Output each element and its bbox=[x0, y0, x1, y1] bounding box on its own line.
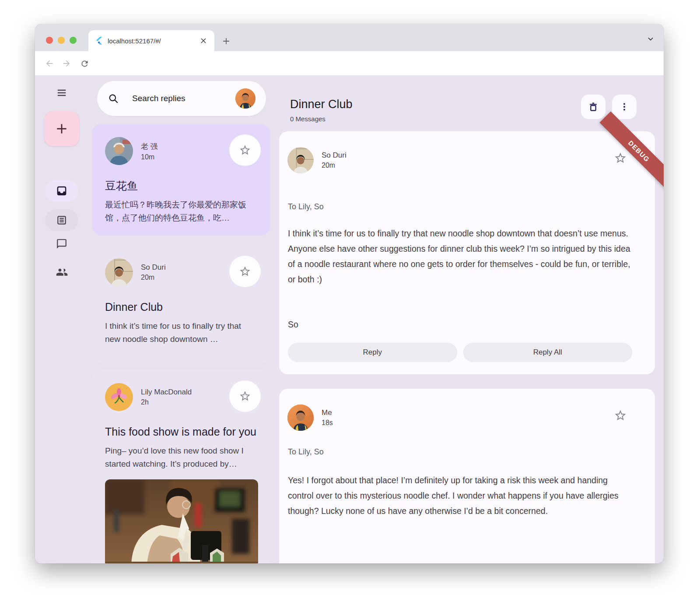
thread-preview: Ping– you’d love this new food show I st… bbox=[105, 444, 257, 471]
sender-avatar bbox=[105, 383, 133, 411]
nav-articles[interactable] bbox=[45, 209, 78, 231]
inbox-icon bbox=[56, 185, 67, 197]
browser-toolbar: localhost:52167/#/ bbox=[35, 51, 664, 75]
delete-button[interactable] bbox=[581, 95, 606, 119]
message-card: Me 18s To Lily, So Yes! I forgot about t… bbox=[279, 389, 655, 563]
thread-time: 10m bbox=[141, 153, 229, 161]
minimize-window-button[interactable] bbox=[58, 37, 65, 44]
favorite-button[interactable] bbox=[614, 151, 627, 165]
back-icon[interactable] bbox=[44, 58, 55, 69]
search-icon bbox=[108, 93, 119, 104]
browser-tab[interactable]: localhost:52167/#/ bbox=[88, 30, 214, 51]
nav-groups[interactable] bbox=[45, 261, 78, 283]
compose-fab[interactable] bbox=[44, 111, 79, 146]
message-time: 18s bbox=[322, 419, 333, 427]
account-avatar[interactable] bbox=[235, 88, 256, 109]
message-time: 20m bbox=[322, 162, 346, 169]
conversation-message-count: 0 Messages bbox=[290, 115, 326, 123]
thread-sender: Lily MacDonald bbox=[141, 388, 229, 397]
more-options-button[interactable] bbox=[612, 95, 637, 119]
conversation-title: Dinner Club bbox=[290, 98, 353, 111]
thread-preview: I think it’s time for us to finally try … bbox=[105, 320, 257, 346]
tab-title: localhost:52167/#/ bbox=[108, 37, 194, 45]
tab-search-chevron-icon[interactable] bbox=[647, 35, 654, 42]
reload-icon[interactable] bbox=[79, 58, 90, 69]
thread-title: 豆花鱼 bbox=[105, 177, 257, 194]
message-body: Yes! I forgot about that place! I’m defi… bbox=[288, 473, 634, 519]
thread-card[interactable]: So Duri 20m Dinner Club I think it’s tim… bbox=[92, 245, 270, 363]
thread-title: This food show is made for you bbox=[105, 423, 257, 440]
thread-time: 2h bbox=[141, 398, 229, 406]
thread-card-selected[interactable]: 老 强 10m 豆花鱼 最近忙吗？昨晚我去了你最爱的那家饭馆，点了他们的特色豆花… bbox=[92, 124, 270, 236]
favorite-button[interactable] bbox=[229, 380, 261, 412]
reply-button[interactable]: Reply bbox=[288, 343, 457, 362]
chat-bubble-icon bbox=[56, 238, 67, 250]
message-signature: So bbox=[288, 320, 298, 330]
thread-title: Dinner Club bbox=[105, 299, 257, 315]
tab-close-icon[interactable] bbox=[199, 36, 208, 46]
search-bar[interactable]: Search replies bbox=[97, 81, 266, 116]
favorite-button[interactable] bbox=[229, 256, 261, 287]
forward-icon[interactable] bbox=[61, 58, 72, 69]
search-placeholder: Search replies bbox=[132, 94, 235, 103]
thread-preview: 最近忙吗？昨晚我去了你最爱的那家饭馆，点了他们的特色豆花鱼，吃… bbox=[105, 198, 257, 225]
thread-time: 20m bbox=[141, 274, 229, 281]
nav-chat[interactable] bbox=[45, 233, 78, 255]
tab-strip: localhost:52167/#/ bbox=[35, 24, 664, 51]
article-icon bbox=[56, 215, 67, 226]
zoom-window-button[interactable] bbox=[70, 37, 77, 44]
nav-inbox[interactable] bbox=[45, 180, 78, 202]
people-icon bbox=[56, 266, 68, 278]
sender-avatar bbox=[105, 258, 133, 286]
thread-sender: 老 强 bbox=[141, 141, 229, 151]
sender-avatar bbox=[105, 137, 133, 165]
reply-all-button[interactable]: Reply All bbox=[463, 343, 633, 362]
new-tab-button[interactable] bbox=[220, 35, 232, 47]
message-recipients: To Lily, So bbox=[288, 202, 324, 211]
message-sender: So Duri bbox=[322, 151, 346, 160]
message-recipients: To Lily, So bbox=[288, 447, 324, 457]
flutter-favicon-icon bbox=[94, 36, 103, 45]
message-sender: Me bbox=[322, 408, 333, 417]
message-avatar bbox=[287, 147, 314, 173]
reply-app: Search replies 老 强 10m 豆花鱼 最近忙吗？昨晚我去了你最 bbox=[35, 75, 664, 563]
thread-photo bbox=[105, 479, 258, 563]
message-avatar bbox=[287, 404, 314, 431]
message-card: So Duri 20m To Lily, So I think it’s tim… bbox=[279, 131, 655, 374]
conversation-pane: Dinner Club 0 Messages So Duri 20m bbox=[276, 80, 658, 563]
menu-button[interactable] bbox=[53, 84, 70, 102]
message-body: I think it’s time for us to finally try … bbox=[288, 226, 634, 287]
thread-card[interactable]: Lily MacDonald 2h This food show is made… bbox=[92, 370, 270, 563]
favorite-button[interactable] bbox=[614, 409, 627, 422]
thread-sender: So Duri bbox=[141, 263, 229, 272]
close-window-button[interactable] bbox=[46, 37, 53, 44]
favorite-button[interactable] bbox=[229, 134, 261, 166]
browser-window: localhost:52167/#/ localhost:52167/#/ bbox=[35, 24, 664, 563]
